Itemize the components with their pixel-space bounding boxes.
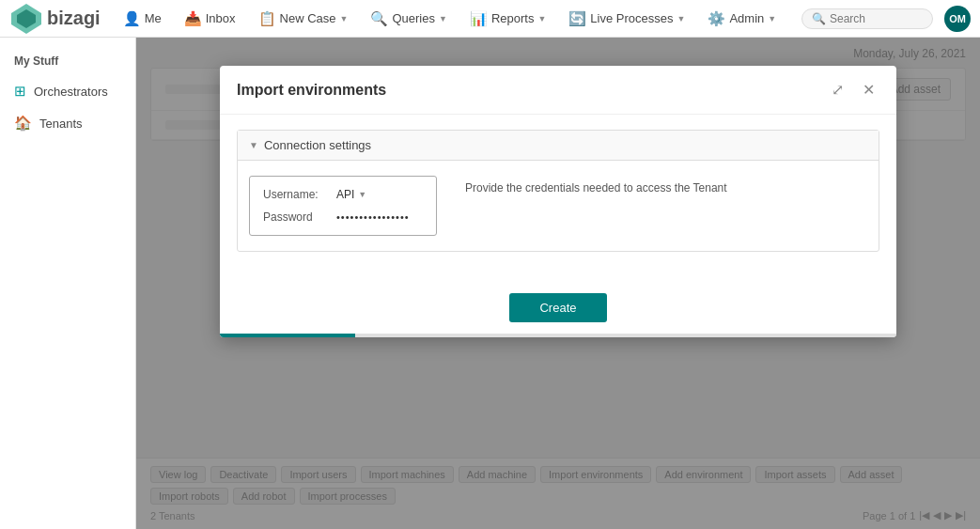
queries-icon: 🔍 bbox=[370, 10, 388, 27]
admin-icon: ⚙️ bbox=[708, 10, 725, 27]
avatar[interactable]: OM bbox=[944, 6, 971, 32]
logo[interactable]: bizagi bbox=[9, 2, 101, 36]
new-case-caret-icon: ▼ bbox=[340, 14, 349, 23]
credentials-box: Username: API ▼ Password •••••••••••••••… bbox=[249, 176, 437, 236]
nav-inbox[interactable]: 📥 Inbox bbox=[175, 5, 245, 33]
nav-queries-label: Queries bbox=[392, 11, 435, 25]
credentials-hint: Provide the credentials needed to access… bbox=[465, 176, 727, 196]
nav-live-processes[interactable]: 🔄 Live Processes ▼ bbox=[559, 5, 694, 33]
logo-icon bbox=[9, 2, 43, 36]
reports-caret-icon: ▼ bbox=[537, 14, 546, 23]
nav-reports[interactable]: 📊 Reports ▼ bbox=[460, 5, 555, 33]
modal-progress-fill bbox=[220, 334, 355, 337]
nav-me[interactable]: 👤 Me bbox=[114, 5, 171, 33]
nav-queries[interactable]: 🔍 Queries ▼ bbox=[361, 5, 456, 33]
main-content: Monday, July 26, 2021 Add asset View log… bbox=[136, 38, 980, 529]
nav-me-label: Me bbox=[145, 11, 162, 25]
import-environments-modal: Import environments ⤢ ✕ ▼ Connection set… bbox=[220, 66, 896, 337]
search-input[interactable] bbox=[830, 12, 923, 25]
create-button[interactable]: Create bbox=[509, 293, 606, 322]
admin-caret-icon: ▼ bbox=[768, 14, 776, 23]
queries-caret-icon: ▼ bbox=[439, 14, 447, 23]
connection-chevron-icon: ▼ bbox=[249, 140, 258, 150]
connection-section-label: Connection settings bbox=[264, 138, 371, 152]
username-row: Username: API ▼ bbox=[263, 188, 423, 201]
modal-expand-icon[interactable]: ⤢ bbox=[827, 79, 848, 101]
top-nav: bizagi 👤 Me 📥 Inbox 📋 New Case ▼ 🔍 Queri… bbox=[0, 0, 980, 38]
sidebar-tenants-label: Tenants bbox=[39, 117, 83, 131]
connection-settings-body: Username: API ▼ Password •••••••••••••••… bbox=[238, 161, 879, 251]
sidebar-item-tenants[interactable]: 🏠 Tenants bbox=[0, 107, 135, 139]
sidebar-section-title: My Stuff bbox=[0, 47, 135, 75]
nav-admin[interactable]: ⚙️ Admin ▼ bbox=[698, 5, 786, 33]
logo-text: bizagi bbox=[47, 8, 101, 29]
username-label: Username: bbox=[263, 188, 329, 201]
modal-title: Import environments bbox=[237, 82, 386, 99]
password-row: Password •••••••••••••••• bbox=[263, 210, 423, 224]
username-caret-icon: ▼ bbox=[358, 190, 366, 199]
me-icon: 👤 bbox=[123, 10, 141, 27]
nav-inbox-label: Inbox bbox=[206, 11, 236, 25]
modal-close-icon[interactable]: ✕ bbox=[858, 79, 879, 101]
avatar-initials: OM bbox=[949, 13, 966, 24]
live-processes-caret-icon: ▼ bbox=[677, 14, 686, 23]
sidebar-item-orchestrators[interactable]: ⊞ Orchestrators bbox=[0, 75, 135, 107]
reports-icon: 📊 bbox=[470, 10, 488, 27]
password-value[interactable]: •••••••••••••••• bbox=[336, 211, 423, 223]
modal-overlay: Import environments ⤢ ✕ ▼ Connection set… bbox=[136, 38, 980, 529]
search-box[interactable]: 🔍 bbox=[801, 8, 933, 29]
connection-settings-header[interactable]: ▼ Connection settings bbox=[238, 131, 879, 161]
nav-admin-label: Admin bbox=[729, 11, 764, 25]
modal-progress-bar bbox=[220, 334, 896, 337]
modal-header: Import environments ⤢ ✕ bbox=[220, 66, 896, 115]
inbox-icon: 📥 bbox=[184, 10, 202, 27]
username-value: API bbox=[336, 188, 354, 201]
live-processes-icon: 🔄 bbox=[568, 10, 586, 27]
nav-live-processes-label: Live Processes bbox=[590, 11, 673, 25]
search-icon: 🔍 bbox=[812, 12, 826, 25]
tenants-icon: 🏠 bbox=[14, 115, 32, 132]
modal-footer: Create bbox=[220, 282, 896, 334]
username-field[interactable]: API ▼ bbox=[336, 188, 423, 201]
sidebar: My Stuff ⊞ Orchestrators 🏠 Tenants bbox=[0, 38, 136, 529]
modal-header-icons: ⤢ ✕ bbox=[827, 79, 879, 101]
nav-new-case[interactable]: 📋 New Case ▼ bbox=[249, 5, 358, 33]
connection-settings-section: ▼ Connection settings Username: API bbox=[237, 130, 879, 252]
sidebar-orchestrators-label: Orchestrators bbox=[34, 85, 108, 99]
modal-body: ▼ Connection settings Username: API bbox=[220, 115, 896, 282]
password-label: Password bbox=[263, 210, 329, 224]
nav-new-case-label: New Case bbox=[280, 11, 336, 25]
orchestrators-icon: ⊞ bbox=[14, 83, 26, 100]
body-layout: My Stuff ⊞ Orchestrators 🏠 Tenants Monda… bbox=[0, 38, 980, 529]
nav-reports-label: Reports bbox=[491, 11, 535, 25]
new-case-icon: 📋 bbox=[258, 10, 276, 27]
